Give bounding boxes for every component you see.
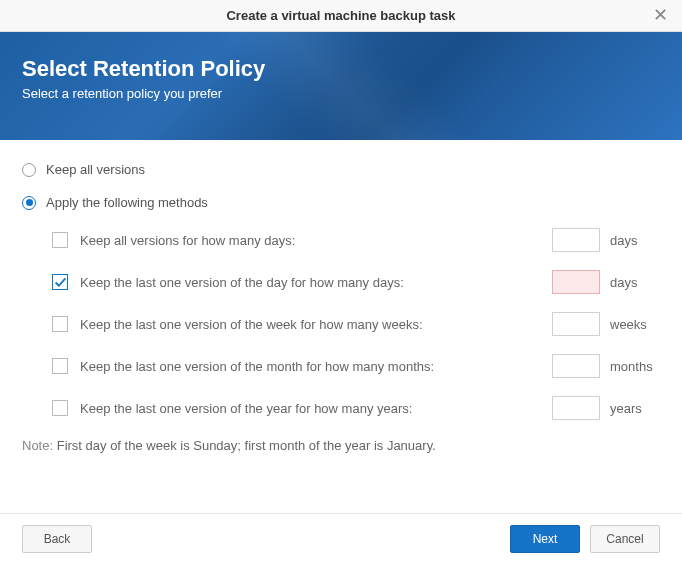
- radio-label-keep-all: Keep all versions: [46, 162, 145, 177]
- close-button[interactable]: ✕: [650, 5, 670, 25]
- radio-keep-all[interactable]: [22, 163, 36, 177]
- method-row: Keep the last one version of the day for…: [52, 270, 660, 294]
- method-unit: weeks: [610, 317, 660, 332]
- radio-row-keep-all[interactable]: Keep all versions: [22, 162, 660, 177]
- titlebar: Create a virtual machine backup task ✕: [0, 0, 682, 32]
- method-unit: years: [610, 401, 660, 416]
- method-input[interactable]: [552, 354, 600, 378]
- method-row: Keep the last one version of the month f…: [52, 354, 660, 378]
- header-banner: Select Retention Policy Select a retenti…: [0, 32, 682, 140]
- cancel-button[interactable]: Cancel: [590, 525, 660, 553]
- method-label: Keep all versions for how many days:: [80, 233, 540, 248]
- method-list: Keep all versions for how many days:days…: [22, 228, 660, 420]
- method-label: Keep the last one version of the day for…: [80, 275, 540, 290]
- method-label: Keep the last one version of the year fo…: [80, 401, 540, 416]
- method-unit: days: [610, 275, 660, 290]
- method-row: Keep all versions for how many days:days: [52, 228, 660, 252]
- next-button[interactable]: Next: [510, 525, 580, 553]
- method-input[interactable]: [552, 396, 600, 420]
- method-checkbox[interactable]: [52, 400, 68, 416]
- method-input[interactable]: [552, 312, 600, 336]
- page-subtitle: Select a retention policy you prefer: [22, 86, 660, 101]
- radio-label-apply-methods: Apply the following methods: [46, 195, 208, 210]
- method-checkbox[interactable]: [52, 316, 68, 332]
- method-unit: months: [610, 359, 660, 374]
- method-label: Keep the last one version of the month f…: [80, 359, 540, 374]
- method-input[interactable]: [552, 270, 600, 294]
- note-row: Note: First day of the week is Sunday; f…: [22, 438, 660, 453]
- page-title: Select Retention Policy: [22, 56, 660, 82]
- checkmark-icon: [54, 276, 67, 289]
- radio-apply-methods[interactable]: [22, 196, 36, 210]
- footer: Back Next Cancel: [0, 513, 682, 563]
- close-icon: ✕: [653, 4, 668, 26]
- radio-row-apply-methods[interactable]: Apply the following methods: [22, 195, 660, 210]
- method-label: Keep the last one version of the week fo…: [80, 317, 540, 332]
- content-area: Keep all versions Apply the following me…: [0, 140, 682, 453]
- method-checkbox[interactable]: [52, 232, 68, 248]
- method-checkbox[interactable]: [52, 358, 68, 374]
- method-unit: days: [610, 233, 660, 248]
- method-checkbox[interactable]: [52, 274, 68, 290]
- method-row: Keep the last one version of the year fo…: [52, 396, 660, 420]
- method-input[interactable]: [552, 228, 600, 252]
- dialog-title: Create a virtual machine backup task: [226, 8, 455, 23]
- note-text: First day of the week is Sunday; first m…: [57, 438, 436, 453]
- back-button[interactable]: Back: [22, 525, 92, 553]
- method-row: Keep the last one version of the week fo…: [52, 312, 660, 336]
- note-label: Note:: [22, 438, 57, 453]
